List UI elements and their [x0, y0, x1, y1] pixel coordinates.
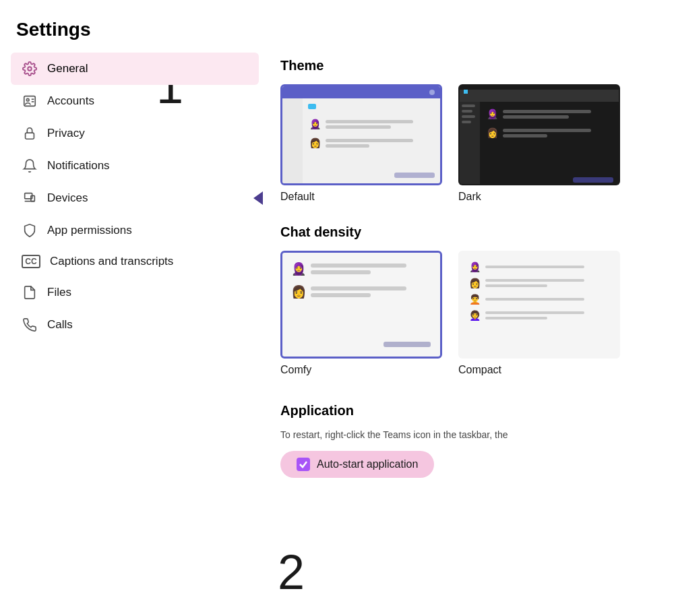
- bell-icon: [22, 158, 38, 174]
- sidebar-item-calls[interactable]: Calls: [11, 309, 259, 341]
- density-preview-comfy[interactable]: 🧕 👩: [280, 251, 442, 359]
- theme-card-dark[interactable]: 🧕 👩: [458, 84, 620, 203]
- theme-preview-default[interactable]: 🧕 👩: [280, 84, 442, 185]
- sidebar-item-app-permissions[interactable]: App permissions: [11, 214, 259, 247]
- sidebar-item-captions[interactable]: CC Captions and transcripts: [11, 247, 259, 276]
- devices-icon: [22, 190, 38, 206]
- sidebar-label-general: General: [47, 62, 88, 75]
- captions-icon: CC: [22, 255, 40, 268]
- theme-label-default: Default: [280, 191, 442, 203]
- density-section: Chat density 🧕 👩: [280, 224, 652, 376]
- sidebar-item-general[interactable]: General: [11, 53, 259, 85]
- sidebar-label-calls: Calls: [47, 318, 73, 332]
- sidebar-item-privacy[interactable]: Privacy: [11, 117, 259, 150]
- settings-title: Settings: [0, 0, 674, 53]
- theme-label-dark: Dark: [458, 191, 620, 203]
- density-options: 🧕 👩: [280, 251, 652, 376]
- sidebar: General Accounts: [0, 53, 270, 499]
- sidebar-label-accounts: Accounts: [47, 94, 94, 108]
- phone-icon: [22, 317, 38, 333]
- density-card-compact[interactable]: 🧕 👩: [458, 251, 620, 376]
- accounts-icon: [22, 93, 38, 109]
- file-icon: [22, 284, 38, 301]
- density-label-compact: Compact: [458, 364, 620, 376]
- sidebar-item-devices[interactable]: Devices: [11, 182, 259, 214]
- sidebar-label-devices: Devices: [47, 191, 88, 205]
- density-label-comfy: Comfy: [280, 364, 442, 376]
- theme-title: Theme: [280, 58, 652, 73]
- sidebar-item-accounts[interactable]: Accounts: [11, 85, 259, 117]
- svg-rect-5: [26, 133, 34, 139]
- application-description: To restart, right-click the Teams icon i…: [280, 429, 652, 440]
- lock-icon: [22, 125, 38, 142]
- annotation-2: 2: [278, 548, 305, 596]
- gear-icon: [22, 61, 38, 77]
- sidebar-label-files: Files: [47, 286, 71, 299]
- auto-start-button[interactable]: Auto-start application: [280, 451, 434, 478]
- sidebar-label-app-permissions: App permissions: [47, 224, 132, 237]
- density-title: Chat density: [280, 224, 652, 240]
- settings-content: Theme 🧕: [270, 53, 674, 499]
- density-card-comfy[interactable]: 🧕 👩: [280, 251, 442, 376]
- checkbox-checked-icon: [297, 458, 310, 471]
- sidebar-label-captions: Captions and transcripts: [50, 255, 173, 268]
- sidebar-item-notifications[interactable]: Notifications: [11, 150, 259, 182]
- svg-point-0: [28, 67, 32, 71]
- application-title: Application: [280, 403, 652, 419]
- theme-card-default[interactable]: 🧕 👩: [280, 84, 442, 203]
- sidebar-label-notifications: Notifications: [47, 159, 110, 173]
- application-section: Application To restart, right-click the …: [280, 403, 652, 478]
- auto-start-label: Auto-start application: [317, 458, 418, 470]
- shield-icon: [22, 222, 38, 239]
- theme-preview-dark[interactable]: 🧕 👩: [458, 84, 620, 185]
- sidebar-label-privacy: Privacy: [47, 127, 85, 140]
- sidebar-item-files[interactable]: Files: [11, 276, 259, 309]
- chevron-left-icon: [253, 191, 263, 205]
- theme-options: 🧕 👩: [280, 84, 652, 203]
- density-preview-compact[interactable]: 🧕 👩: [458, 251, 620, 359]
- theme-section: Theme 🧕: [280, 58, 652, 203]
- svg-rect-7: [31, 195, 35, 201]
- svg-point-2: [26, 98, 29, 101]
